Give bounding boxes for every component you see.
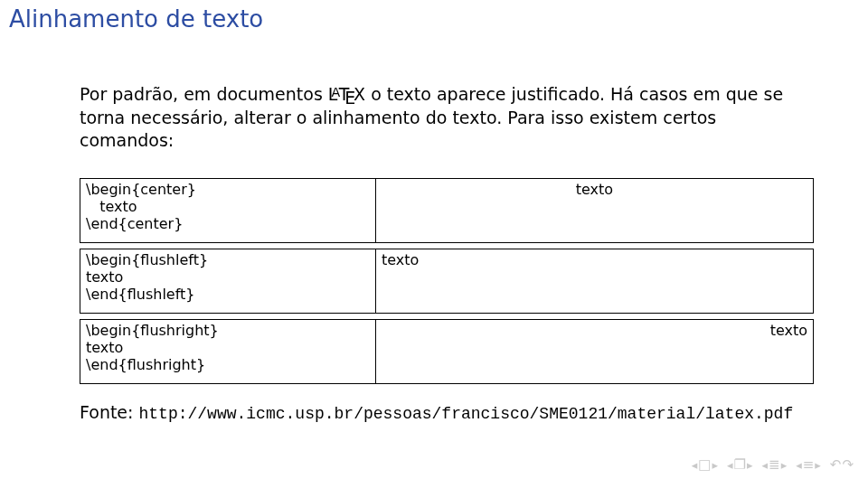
nav-forward-icon[interactable]: ↷: [842, 458, 854, 472]
nav-back-icon[interactable]: ↶: [830, 458, 842, 472]
example-output: texto: [375, 178, 813, 242]
slide-body: Por padrão, em documentos LATEX o texto …: [0, 33, 868, 153]
nav-subsection-icon[interactable]: ≣: [769, 458, 780, 472]
nav-slide-icon[interactable]: □: [698, 458, 711, 472]
nav-next-icon[interactable]: ▸: [815, 459, 821, 471]
latex-logo: LATEX: [328, 84, 365, 104]
nav-history-group[interactable]: ↶ ↷: [830, 458, 854, 472]
nav-prev-icon[interactable]: ◂: [796, 459, 802, 471]
nav-slide-group[interactable]: ◂ □ ▸: [692, 458, 718, 472]
source-line: Fonte: http://www.icmc.usp.br/pessoas/fr…: [80, 402, 814, 423]
example-row-left: \begin{flushleft} texto \end{flushleft} …: [80, 249, 814, 314]
source-label: Fonte:: [80, 402, 139, 422]
example-code: \begin{flushleft} texto \end{flushleft}: [80, 249, 376, 313]
example-code: \begin{center} texto \end{center}: [80, 178, 376, 242]
beamer-nav: ◂ □ ▸ ◂ ❐ ▸ ◂ ≣ ▸ ◂ ≡ ▸ ↶ ↷: [692, 458, 854, 472]
slide-title: Alinhamento de texto: [0, 0, 868, 33]
examples-block: \begin{center} texto \end{center} texto …: [80, 178, 814, 384]
example-code: \begin{flushright} texto \end{flushright…: [80, 319, 376, 383]
nav-section-group[interactable]: ◂ ≡ ▸: [796, 458, 821, 472]
slide: Alinhamento de texto Por padrão, em docu…: [0, 0, 868, 479]
nav-prev-icon[interactable]: ◂: [727, 459, 733, 471]
nav-section-icon[interactable]: ≡: [803, 458, 815, 472]
example-row-center: \begin{center} texto \end{center} texto: [80, 178, 814, 243]
nav-prev-icon[interactable]: ◂: [762, 459, 769, 471]
nav-subsection-group[interactable]: ◂ ≣ ▸: [762, 458, 788, 472]
example-output: texto: [375, 249, 813, 313]
example-row-right: \begin{flushright} texto \end{flushright…: [80, 319, 814, 384]
nav-next-icon[interactable]: ▸: [747, 459, 753, 471]
nav-prev-icon[interactable]: ◂: [692, 459, 698, 471]
example-output: texto: [375, 319, 813, 383]
nav-next-icon[interactable]: ▸: [712, 459, 719, 471]
nav-frame-icon[interactable]: ❐: [734, 458, 746, 472]
body-text-a: Por padrão, em documentos: [80, 84, 328, 104]
nav-frame-group[interactable]: ◂ ❐ ▸: [727, 458, 753, 472]
nav-next-icon[interactable]: ▸: [781, 459, 788, 471]
source-url: http://www.icmc.usp.br/pessoas/francisco…: [139, 405, 794, 423]
